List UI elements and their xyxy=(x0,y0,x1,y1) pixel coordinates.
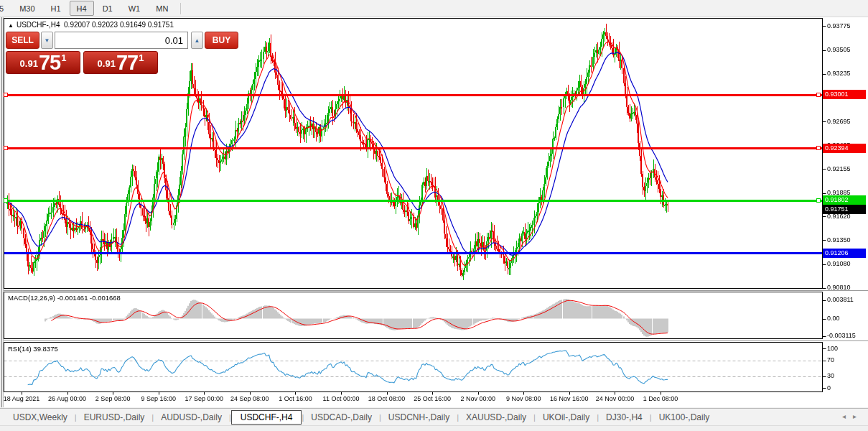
price-tick: 0.93235 xyxy=(827,70,851,77)
timeframe-button-m30[interactable]: M30 xyxy=(12,1,42,16)
timeframe-button-h1[interactable]: H1 xyxy=(44,1,68,16)
buy-price-pip: 1 xyxy=(139,55,144,62)
buy-price-prefix: 0.91 xyxy=(98,56,116,72)
timeframe-button-d1[interactable]: D1 xyxy=(95,1,120,16)
price-level-badge: 0.92394 xyxy=(823,144,866,153)
sell-button[interactable]: SELL xyxy=(6,32,39,49)
chart-tab-ukoil-[interactable]: UKOil-,Daily xyxy=(536,411,597,424)
tab-scroll-left-icon[interactable]: ◂ xyxy=(842,412,853,420)
rsi-axis-tick: 100 xyxy=(827,345,838,352)
price-tick: 0.93505 xyxy=(827,46,851,53)
tab-scroll-right-icon[interactable]: ▸ xyxy=(853,412,864,420)
date-label: 25 Oct 16:00 xyxy=(414,395,451,402)
toolbar-separator xyxy=(180,3,181,14)
price-tick: 0.92695 xyxy=(827,118,851,125)
rsi-label: RSI(14) 39.8375 xyxy=(8,345,58,353)
price-tick: 0.90810 xyxy=(827,284,851,291)
one-click-trade-panel: SELL ▼ ▲ BUY 0.91 75 1 0.91 77 1 xyxy=(6,32,159,74)
date-label: 17 Sep 00:00 xyxy=(185,395,224,402)
chart-tab-xauusd-[interactable]: XAUUSD-,Daily xyxy=(459,411,533,424)
price-level-badge: 0.91206 xyxy=(823,249,866,258)
date-label: 9 Nov 08:00 xyxy=(506,395,541,402)
sell-price-pip: 1 xyxy=(61,55,66,62)
timeframe-toolbar: 5M30H1H4D1W1MN xyxy=(0,0,868,17)
sell-price-prefix: 0.91 xyxy=(20,56,38,72)
chevron-up-icon: ▲ xyxy=(195,37,200,44)
timeframe-button-h4[interactable]: H4 xyxy=(70,1,94,16)
sell-price-box[interactable]: 0.91 75 1 xyxy=(6,51,80,74)
chart-tab-uk100-[interactable]: UK100-,Daily xyxy=(652,411,717,424)
date-label: 24 Sep 08:00 xyxy=(230,395,269,402)
chart-ohlc-values: 0.92007 0.92023 0.91649 0.91751 xyxy=(64,21,174,29)
status-bar xyxy=(0,425,868,431)
price-level-badge: 0.93001 xyxy=(823,90,866,99)
chart-tab-usdx[interactable]: USDX,Weekly xyxy=(6,411,75,424)
chart-tab-bar: USDX,Weekly|EURUSD-,Daily|AUDUSD-,Daily|… xyxy=(0,408,868,426)
volume-input[interactable] xyxy=(55,32,188,49)
date-label: 16 Nov 16:00 xyxy=(550,395,589,402)
timeframe-button-w1[interactable]: W1 xyxy=(121,1,148,16)
macd-axis-tick: 0.00 xyxy=(827,315,840,322)
date-label: 11 Oct 00:00 xyxy=(323,395,360,402)
price-tick: 0.91080 xyxy=(827,260,851,267)
tab-scroll-arrows: ◂▸ xyxy=(842,412,864,420)
macd-axis-tick: 0.003811 xyxy=(827,296,854,303)
price-tick: 0.92155 xyxy=(827,165,851,172)
date-label: 2 Nov 00:00 xyxy=(460,395,495,402)
chart-symbol-period: USDCHF-,H4 xyxy=(17,21,60,29)
timeframe-button-5[interactable]: 5 xyxy=(0,1,11,16)
chart-tab-usdcnh-[interactable]: USDCNH-,Daily xyxy=(381,411,457,424)
macd-axis-tick: -0.003115 xyxy=(827,332,856,339)
date-label: 1 Oct 16:00 xyxy=(279,395,312,402)
date-label: 9 Sep 16:00 xyxy=(141,395,176,402)
date-label: 18 Oct 08:00 xyxy=(368,395,406,402)
chart-tab-eurusd-[interactable]: EURUSD-,Daily xyxy=(77,411,152,424)
price-tick: 0.91350 xyxy=(827,236,851,244)
timeframe-button-mn[interactable]: MN xyxy=(149,1,175,16)
buy-button[interactable]: BUY xyxy=(205,32,238,49)
rsi-axis-tick: 0 xyxy=(827,384,831,391)
trading-terminal-window: 5M30H1H4D1W1MN ▲USDCHF-,H4 0.92007 0.920… xyxy=(0,0,868,431)
volume-increase-button[interactable]: ▲ xyxy=(191,32,203,49)
price-tick: 0.93775 xyxy=(827,22,851,29)
date-label: 1 Dec 08:00 xyxy=(643,395,678,402)
date-label: 24 Nov 00:00 xyxy=(596,395,635,402)
macd-label: MACD(12,26,9) -0.001461 -0.001668 xyxy=(8,294,121,302)
chevron-down-icon: ▼ xyxy=(45,37,50,44)
chart-title: ▲USDCHF-,H4 0.92007 0.92023 0.91649 0.91… xyxy=(8,21,174,29)
volume-decrease-button[interactable]: ▼ xyxy=(41,32,53,49)
buy-price-big: 77 xyxy=(116,53,138,72)
chart-tab-usdcad-[interactable]: USDCAD-,Daily xyxy=(304,411,379,424)
date-label: 2 Sep 08:00 xyxy=(95,395,131,402)
rsi-axis-tick: 30 xyxy=(827,372,834,379)
chart-tab-usdchf-[interactable]: USDCHF-,H4 xyxy=(231,410,302,425)
buy-price-box[interactable]: 0.91 77 1 xyxy=(83,51,158,74)
current-price-badge: 0.91751 xyxy=(823,205,866,214)
price-level-badge: 0.91802 xyxy=(823,195,866,205)
sell-price-big: 75 xyxy=(39,53,60,72)
chart-tab-dj30-[interactable]: DJ30-,H4 xyxy=(599,411,650,424)
date-label: 26 Aug 00:00 xyxy=(48,395,86,402)
rsi-axis-tick: 70 xyxy=(827,356,834,363)
date-label: 18 Aug 2021 xyxy=(4,395,40,402)
chart-tab-audusd-[interactable]: AUDUSD-,Daily xyxy=(154,411,229,424)
collapse-panel-icon[interactable]: ▲ xyxy=(8,22,14,29)
